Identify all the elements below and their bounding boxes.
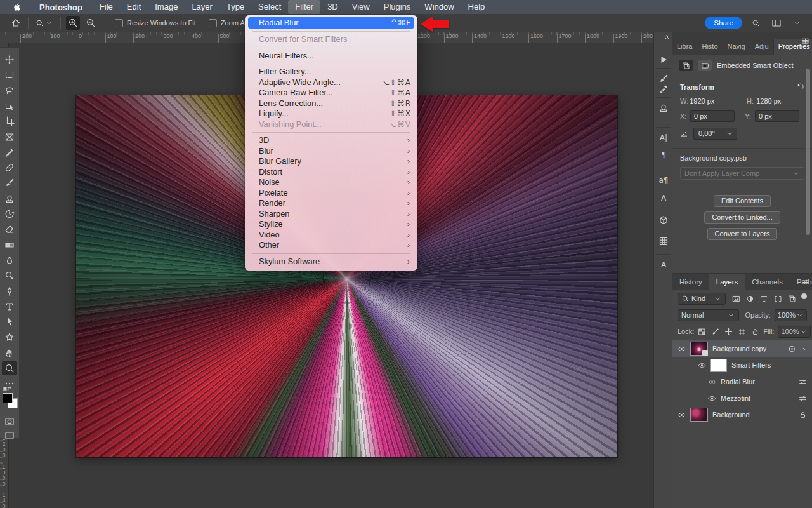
resize-windows-checkbox[interactable]: Resize Windows to Fit [115,19,196,27]
brush-tool[interactable] [2,176,17,190]
menu-item-radial-blur[interactable]: Radial Blur^⌘F [248,17,414,29]
3d-panel-icon[interactable] [656,213,671,228]
menu-item-sharpen[interactable]: Sharpen› [245,209,417,220]
tab-navig[interactable]: Navig [723,39,750,55]
layers-panel-menu-icon[interactable] [801,278,809,286]
custom-shape-tool[interactable] [2,330,17,344]
search-icon[interactable] [750,17,762,29]
lock-transparent-pixels-icon[interactable] [698,328,706,336]
gradient-tool[interactable] [2,238,17,252]
width-value[interactable]: 1920 px [690,97,738,105]
menubar-item-window[interactable]: Window [417,0,461,14]
filter-pixel-layers-icon[interactable] [732,295,740,303]
quick-mask-button[interactable] [2,415,17,429]
filter-smart-objects-icon[interactable] [788,295,796,303]
menu-item-filter-gallery[interactable]: Filter Gallery... [245,67,417,77]
share-button[interactable]: Share [705,17,742,29]
menu-item-stylize[interactable]: Stylize› [245,219,417,230]
menubar-item-file[interactable]: File [93,0,120,14]
patterns-panel-icon[interactable] [656,234,671,249]
checkbox-icon[interactable] [209,19,217,27]
frame-tool[interactable] [2,130,17,144]
angle-input[interactable]: 0,00° [693,128,737,140]
lock-position-icon[interactable] [724,328,733,336]
filter-mask-thumbnail[interactable] [710,359,727,372]
edit-contents-button[interactable]: Edit Contents [714,195,771,207]
menubar-item-edit[interactable]: Edit [120,0,148,14]
apple-logo-icon[interactable] [13,3,22,11]
layer-row-smart-filters[interactable]: Smart Filters [672,357,812,373]
lock-image-pixels-icon[interactable] [711,328,719,336]
convert-to-linked-button[interactable]: Convert to Linked... [704,211,780,224]
menu-item-adaptive-wide-angle[interactable]: Adaptive Wide Angle...⌥⇧⌘A [245,77,417,88]
menu-item-camera-raw-filter[interactable]: Camera Raw Filter...⇧⌘A [245,88,417,98]
eyedropper-tool[interactable] [2,145,17,159]
visibility-eye-icon[interactable] [708,378,716,386]
app-menu-photoshop[interactable]: Photoshop [33,3,89,12]
menubar-item-select[interactable]: Select [251,0,288,14]
workspace-icon[interactable] [769,16,783,30]
menubar-item-layer[interactable]: Layer [185,0,219,14]
visibility-eye-icon[interactable] [678,345,686,353]
menu-item-skylum-software[interactable]: Skylum Software› [245,257,417,267]
filter-blend-options-icon[interactable] [799,378,807,386]
eraser-tool[interactable] [2,222,17,236]
tool-presets-panel-icon[interactable] [656,81,671,97]
hand-tool[interactable] [2,346,17,360]
filter-adjustment-layers-icon[interactable] [746,295,754,303]
tab-libra[interactable]: Libra [672,39,697,55]
menu-item-neural-filters[interactable]: Neural Filters... [245,51,417,62]
lock-artboard-icon[interactable] [738,328,746,336]
menu-item-render[interactable]: Render› [245,198,417,209]
visibility-eye-icon[interactable] [698,361,706,370]
menu-item-noise[interactable]: Noise› [245,177,417,188]
layer-row-background-copy[interactable]: Background copy [672,340,812,357]
layer-filter-toggle[interactable] [801,293,807,299]
layer-row-radial-blur[interactable]: Radial Blur [672,373,812,390]
layer-thumbnail[interactable] [690,342,708,356]
menubar-item-3d[interactable]: 3D [320,0,345,14]
foreground-background-colors[interactable]: ▣⇄ [3,389,18,411]
tab-channels[interactable]: Channels [745,274,790,290]
layer-row-mezzotint[interactable]: Mezzotint [672,390,812,406]
layer-name[interactable]: Background [712,411,750,418]
zoom-in-button[interactable] [66,16,80,30]
menu-item-video[interactable]: Video› [245,230,417,241]
dodge-tool[interactable] [2,269,17,283]
paragraph-styles-panel-icon[interactable]: A [656,257,671,272]
menu-item-liquify[interactable]: Liquify...⇧⌘X [245,109,417,119]
visibility-eye-icon[interactable] [708,394,716,403]
tab-history[interactable]: History [672,274,709,290]
rectangular-marquee-tool[interactable] [2,68,17,82]
history-brush-tool[interactable] [2,207,17,221]
menubar-item-view[interactable]: View [345,0,377,14]
menu-item-blur-gallery[interactable]: Blur Gallery› [245,156,417,167]
move-tool[interactable] [2,53,17,67]
reset-transform-icon[interactable] [796,83,804,91]
tab-adju[interactable]: Adju [750,39,774,55]
menubar-item-plugins[interactable]: Plugins [377,0,418,14]
type-tool[interactable] [2,300,17,314]
blur-tool[interactable] [2,253,17,267]
screen-mode-button[interactable] [2,429,17,443]
lasso-tool[interactable] [2,84,17,98]
path-selection-tool[interactable] [2,315,17,329]
layer-row-background[interactable]: Background [672,406,812,423]
x-input[interactable]: 0 px [690,110,735,122]
filter-blend-options-icon[interactable] [799,394,807,403]
lock-all-icon[interactable] [751,328,759,336]
visibility-eye-icon[interactable] [678,411,686,419]
fill-input[interactable]: 100% [778,326,810,338]
chevron-down-icon[interactable] [726,130,734,138]
pen-tool[interactable] [2,284,17,298]
opacity-input[interactable]: 100% [775,309,807,321]
clone-stamp-tool[interactable] [2,192,17,206]
zoom-out-button[interactable] [84,16,98,30]
layer-filter-kind-select[interactable]: Kind [678,293,726,305]
layer-name[interactable]: Mezzotint [721,394,750,402]
tab-histo[interactable]: Histo [697,39,723,55]
default-colors-icon[interactable]: ▣⇄ [3,385,11,391]
zoom-tool[interactable] [2,361,17,375]
menu-item-pixelate[interactable]: Pixelate› [245,188,417,199]
menu-item-distort[interactable]: Distort› [245,167,417,178]
